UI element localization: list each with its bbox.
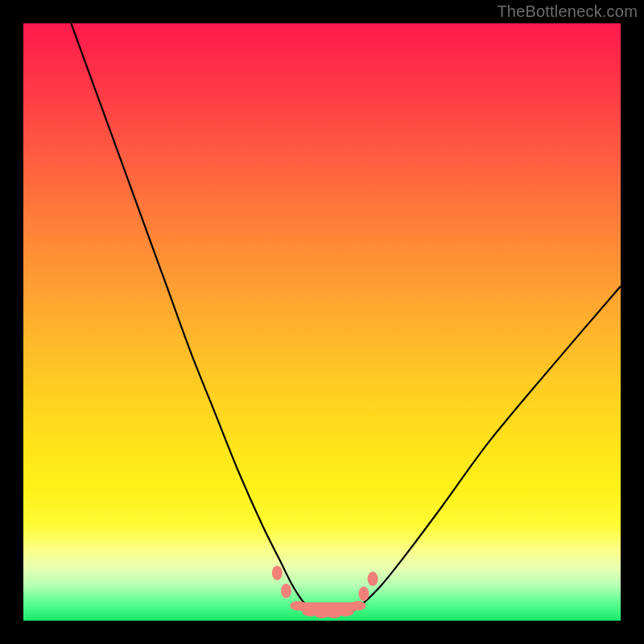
marker-dot bbox=[368, 572, 378, 586]
plot-area bbox=[23, 23, 621, 621]
curve-path bbox=[71, 23, 621, 615]
marker-dot bbox=[350, 601, 366, 610]
marker-dot bbox=[281, 584, 291, 598]
watermark-text: TheBottleneck.com bbox=[497, 2, 638, 21]
bottleneck-curve bbox=[23, 23, 621, 621]
marker-dot bbox=[272, 566, 283, 580]
marker-dot bbox=[358, 587, 369, 601]
chart-frame: TheBottleneck.com bbox=[0, 0, 644, 644]
valley-markers bbox=[272, 566, 378, 618]
